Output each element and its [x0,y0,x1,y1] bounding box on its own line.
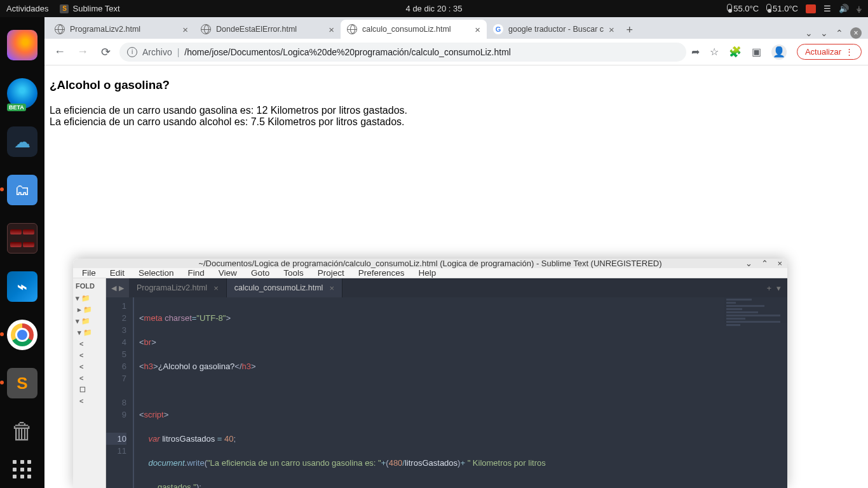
code-lines[interactable]: <meta charset="UTF-8"> <br> <h3>¿Alcohol… [134,297,787,488]
minimize-icon[interactable]: ⌄ [820,29,829,37]
new-tab-button[interactable]: + [621,21,639,39]
tab-menu-icon[interactable]: ▾ [776,283,781,293]
globe-icon [55,24,65,34]
sublime-title: ~/Documentos/Logica de programación/calc… [198,259,661,268]
page-heading: ¿Alcohol o gasolina? [50,78,863,92]
sidepanel-icon[interactable]: ▣ [752,46,761,58]
wifi-icon[interactable]: ☰ [824,4,831,13]
sublime-sidebar[interactable]: FOLD ▾ 📁 ▸ 📁▾ 📁 ▾ 📁 < < < < ☐ < [73,278,106,488]
volume-icon[interactable]: 🔊 [839,4,849,13]
address-bar: ← → ⟳ i Archivo | /home/jose/Documentos/… [44,39,868,65]
minimize-icon[interactable]: ⌄ [745,259,752,268]
menu-file[interactable]: File [82,268,96,278]
url-scheme-label: Archivo [142,47,172,57]
close-tab-icon[interactable]: × [182,24,188,35]
terminal-app-icon[interactable] [7,223,37,254]
share-icon[interactable]: ➦ [691,46,700,58]
gutter: 1 2 3 4 5 6 7 8 9 10 11 [106,297,134,488]
close-tab-icon[interactable]: × [475,24,480,35]
sublime-menubar: File Edit Selection Find View Goto Tools… [73,268,787,278]
close-tab-icon[interactable]: × [329,283,334,293]
bookmark-icon[interactable]: ☆ [710,46,719,58]
power-icon[interactable]: ⏚ [857,4,862,13]
globe-icon [201,24,211,34]
tabstrip: ProgramaLizv2.html× DondeEstaElError.htm… [44,17,868,39]
sidebar-title: FOLD [76,282,103,290]
editor-tabs: ◀ ▶ ProgramaLizv2.html× calculo_consumoL… [106,278,787,297]
close-icon[interactable]: × [777,259,782,268]
menu-preferences[interactable]: Preferences [358,268,405,278]
clock[interactable]: 4 de dic 20 : 35 [406,4,463,13]
back-button[interactable]: ← [51,43,69,61]
cloud-app-icon[interactable]: ☁ [7,126,37,157]
tab-dondeesta[interactable]: DondeEstaElError.html× [194,20,341,39]
close-tab-icon[interactable]: × [609,24,614,35]
omnibox[interactable]: i Archivo | /home/jose/Documentos/Logica… [119,43,686,62]
minimap[interactable] [724,297,787,348]
vscode-icon[interactable]: ⌁ [7,271,37,302]
forward-button[interactable]: → [74,43,92,61]
app-grid-icon[interactable] [13,460,32,479]
menu-selection[interactable]: Selection [139,268,174,278]
close-tab-icon[interactable]: × [214,283,219,293]
new-tab-icon[interactable]: + [766,283,771,293]
menu-find[interactable]: Find [188,268,205,278]
tab-history-buttons[interactable]: ◀ ▶ [106,278,129,297]
code-area[interactable]: 1 2 3 4 5 6 7 8 9 10 11 <meta charset="U… [106,297,787,488]
close-window-icon[interactable]: × [850,27,862,39]
menu-goto[interactable]: Goto [251,268,269,278]
menu-edit[interactable]: Edit [110,268,125,278]
trash-icon[interactable]: 🗑 [7,416,37,447]
globe-icon [347,24,357,34]
menu-tools[interactable]: Tools [283,268,304,278]
update-button[interactable]: Actualizar⋮ [797,44,862,60]
activities-button[interactable]: Actividades [6,4,48,13]
page-line-1: La eficiencia de un carro usando gasolin… [50,105,863,116]
url-path: /home/jose/Documentos/Logica%20de%20prog… [184,47,511,57]
dock: BETA ☁ 🗂 ⌁ S 🗑 [0,17,44,488]
chrome-icon[interactable] [7,320,37,350]
indicator-icon[interactable] [806,4,816,13]
editor-tab-programaliz[interactable]: ProgramaLizv2.html× [129,278,227,297]
tab-programaliz[interactable]: ProgramaLizv2.html× [48,20,194,39]
editor: ◀ ▶ ProgramaLizv2.html× calculo_consumoL… [106,278,787,488]
tab-google[interactable]: Ggoogle traductor - Buscar con× [487,20,621,39]
sidebar-tree[interactable]: ▾ 📁 ▸ 📁▾ 📁 ▾ 📁 < < < < ☐ < [76,292,103,407]
sublime-text-icon[interactable]: S [7,368,37,398]
menu-view[interactable]: View [219,268,237,278]
sublime-window: ~/Documentos/Logica de programación/calc… [73,259,787,488]
gnome-topbar: Actividades SSublime Text 4 de dic 20 : … [0,0,868,17]
maximize-icon[interactable]: ⌃ [835,29,844,37]
menu-project[interactable]: Project [318,268,344,278]
active-app[interactable]: SSublime Text [60,4,119,13]
extensions-icon[interactable]: 🧩 [729,46,742,58]
files-icon[interactable]: 🗂 [7,175,37,205]
profile-avatar-icon[interactable]: 👤 [771,44,787,60]
firefox-icon[interactable] [7,30,37,60]
close-tab-icon[interactable]: × [329,24,334,35]
temp-sensor-1: 55.0°C [727,4,759,13]
editor-tab-calculo[interactable]: calculo_consumoLiz.html× [227,278,342,297]
sublime-titlebar[interactable]: ~/Documentos/Logica de programación/calc… [73,259,787,268]
site-info-icon[interactable]: i [127,47,137,57]
menu-help[interactable]: Help [419,268,437,278]
maximize-icon[interactable]: ⌃ [761,259,768,268]
tab-search-icon[interactable]: ⌄ [804,29,813,37]
page-line-2: La eficiencia de un carro usando alcohol… [50,116,863,128]
edge-beta-icon[interactable]: BETA [7,78,37,109]
temp-sensor-2: 51.0°C [766,4,798,13]
sublime-icon: S [60,4,69,13]
tab-calculo[interactable]: calculo_consumoLiz.html× [341,20,487,39]
google-icon: G [493,24,503,34]
reload-button[interactable]: ⟳ [97,43,114,61]
